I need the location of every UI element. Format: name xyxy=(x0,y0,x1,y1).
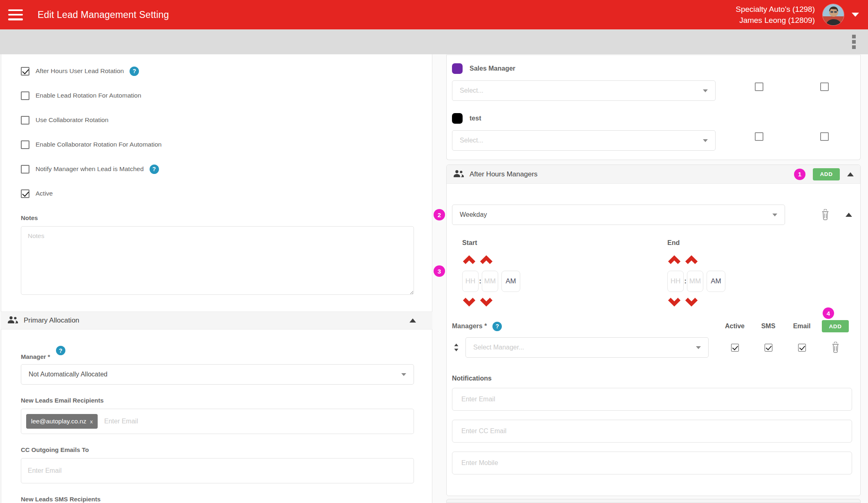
add-manager-button[interactable]: ADD xyxy=(822,320,849,332)
column-header-active: Active xyxy=(718,320,752,332)
checkbox[interactable] xyxy=(21,189,29,198)
spinner-down-icon[interactable] xyxy=(479,297,493,307)
new-leads-email-input[interactable]: lee@autoplay.co.nz x Enter Email xyxy=(21,409,414,434)
ampm-toggle[interactable]: AM xyxy=(501,271,520,292)
time-colon: : xyxy=(684,277,687,285)
role-select-row: Select... xyxy=(452,80,854,101)
checkbox[interactable] xyxy=(755,82,763,91)
role-color-swatch xyxy=(452,113,463,124)
notification-cc-email-input[interactable] xyxy=(452,420,852,443)
primary-allocation-header[interactable]: Primary Allocation xyxy=(1,312,432,329)
add-schedule-button[interactable]: ADD xyxy=(813,168,840,180)
manager-select[interactable]: Not Automatically Allocated xyxy=(21,364,414,385)
start-time-picker: Start HH : MM AM xyxy=(462,239,523,307)
new-leads-sms-label: New Leads SMS Recipients xyxy=(21,496,414,503)
chevron-down-icon[interactable] xyxy=(852,13,859,17)
next-section-header-partial xyxy=(446,499,861,503)
role-name: Sales Manager xyxy=(470,65,515,72)
help-icon[interactable]: ? xyxy=(492,322,502,331)
spinner-up-icon[interactable] xyxy=(479,255,493,265)
after-hours-managers-header[interactable]: After Hours Managers 1 ADD xyxy=(447,165,860,184)
help-icon[interactable]: ? xyxy=(56,346,65,355)
checkbox[interactable] xyxy=(21,67,29,76)
avatar[interactable] xyxy=(822,4,844,26)
secondary-toolbar xyxy=(0,29,868,54)
hour-input[interactable]: HH xyxy=(667,271,684,292)
collapse-icon[interactable] xyxy=(846,213,852,217)
help-icon[interactable]: ? xyxy=(150,165,159,174)
test-role-select[interactable]: Select... xyxy=(452,130,716,151)
role-name: test xyxy=(470,115,481,122)
minute-input[interactable]: MM xyxy=(687,271,703,292)
spinner-down-icon[interactable] xyxy=(462,297,476,307)
annotation-badge-2: 2 xyxy=(434,209,445,220)
option-label: Active xyxy=(36,190,53,197)
spinner-up-icon[interactable] xyxy=(685,255,698,265)
column-header-email: Email xyxy=(785,320,819,332)
role-select-row: Select... xyxy=(452,130,854,151)
schedule-day-row: 2 Weekday xyxy=(452,205,852,225)
account-name: Specialty Auto's (1298) xyxy=(736,4,815,15)
email-chip: lee@autoplay.co.nz x xyxy=(26,414,98,429)
dropdown-caret-icon xyxy=(703,139,708,142)
manager-select[interactable]: Select Manager... xyxy=(465,337,709,358)
kebab-menu-icon[interactable] xyxy=(852,35,856,49)
hour-input[interactable]: HH xyxy=(462,271,479,292)
sales-manager-select[interactable]: Select... xyxy=(452,80,716,101)
notification-email-input[interactable] xyxy=(452,388,852,411)
annotation-badge-4: 4 xyxy=(823,307,834,319)
spinner-up-icon[interactable] xyxy=(667,255,681,265)
checkbox[interactable] xyxy=(21,116,29,125)
trash-icon[interactable] xyxy=(831,342,840,353)
checkbox-sms[interactable] xyxy=(765,344,772,352)
menu-icon[interactable] xyxy=(8,9,23,20)
lead-management-settings-panel: After Hours User Lead Rotation ? Enable … xyxy=(1,54,432,503)
annotation-badge-3: 3 xyxy=(434,265,445,277)
collapse-icon[interactable] xyxy=(409,318,416,323)
notes-textarea[interactable] xyxy=(21,226,414,295)
option-label: Enable Collaborator Rotation For Automat… xyxy=(36,141,161,148)
notification-mobile-input[interactable] xyxy=(452,452,852,474)
checkbox[interactable] xyxy=(21,140,29,149)
drag-handle-icon[interactable] xyxy=(454,343,459,352)
manager-select-value: Not Automatically Allocated xyxy=(29,371,107,378)
after-hours-managers-body: 2 Weekday xyxy=(447,205,860,474)
checkbox-active[interactable] xyxy=(731,344,739,352)
column-header-sms: SMS xyxy=(752,320,785,332)
page-title: Edit Lead Management Setting xyxy=(38,9,169,20)
people-icon xyxy=(453,170,464,179)
option-label: Notify Manager when Lead is Matched xyxy=(36,165,144,173)
rotation-roles-card: Sales Manager Select... test Select... xyxy=(446,55,861,160)
checkbox[interactable] xyxy=(820,82,829,91)
select-placeholder: Select Manager... xyxy=(473,344,524,351)
spinner-down-icon[interactable] xyxy=(667,297,681,307)
app-header: Edit Lead Management Setting Specialty A… xyxy=(0,0,868,29)
spinner-down-icon[interactable] xyxy=(685,297,698,307)
managers-header-row: Managers * ? Active SMS Email 4 ADD xyxy=(452,320,852,332)
day-select[interactable]: Weekday xyxy=(452,205,785,225)
option-label: Enable Lead Rotation For Automation xyxy=(36,92,141,99)
select-placeholder: Select... xyxy=(460,137,483,144)
account-info: Specialty Auto's (1298) James Leong (128… xyxy=(736,4,815,26)
checkbox[interactable] xyxy=(21,91,29,100)
spinner-up-icon[interactable] xyxy=(462,255,476,265)
checkbox[interactable] xyxy=(820,132,829,141)
checkbox[interactable] xyxy=(21,165,29,174)
collapse-icon[interactable] xyxy=(847,172,854,176)
trash-icon[interactable] xyxy=(821,209,830,220)
checkbox[interactable] xyxy=(755,132,763,141)
new-leads-email-label: New Leads Email Recipients xyxy=(21,397,414,404)
section-title: Primary Allocation xyxy=(24,316,79,325)
option-row-notify-manager: Notify Manager when Lead is Matched ? xyxy=(21,165,414,174)
chip-remove-icon[interactable]: x xyxy=(90,418,93,425)
minute-input[interactable]: MM xyxy=(482,271,498,292)
people-icon xyxy=(7,316,18,325)
after-hours-managers-card: After Hours Managers 1 ADD 2 Weekday xyxy=(446,165,861,496)
notes-label: Notes xyxy=(21,214,414,221)
checkbox-email[interactable] xyxy=(798,344,806,352)
cc-outgoing-input[interactable] xyxy=(21,458,414,483)
time-colon: : xyxy=(479,277,482,285)
help-icon[interactable]: ? xyxy=(130,67,139,76)
ampm-toggle[interactable]: AM xyxy=(707,271,725,292)
option-row-collaborator-rotation-automation: Enable Collaborator Rotation For Automat… xyxy=(21,140,414,149)
